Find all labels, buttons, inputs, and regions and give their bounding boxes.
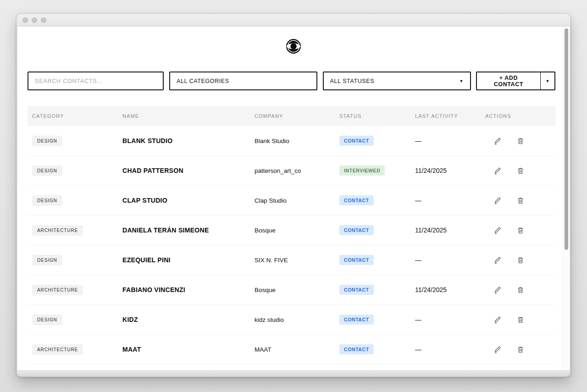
table-row: DESIGN KIDZ kidz studio CONTACT — bbox=[28, 305, 555, 335]
company-name: patterson_art_co bbox=[255, 167, 339, 174]
edit-button[interactable] bbox=[493, 226, 502, 235]
minimize-window-button[interactable] bbox=[32, 17, 37, 23]
status-badge: CONTACT bbox=[339, 195, 374, 205]
status-badge: CONTACT bbox=[339, 285, 374, 295]
company-name: Clap Studio bbox=[255, 197, 339, 204]
table-row: DESIGN CLAP STUDIO Clap Studio CONTACT — bbox=[28, 186, 555, 215]
delete-button[interactable] bbox=[516, 315, 525, 325]
delete-button[interactable] bbox=[516, 255, 525, 265]
pencil-icon bbox=[493, 167, 501, 175]
trash-icon bbox=[517, 226, 524, 234]
pencil-icon bbox=[493, 226, 501, 234]
window-bottom-frame bbox=[17, 370, 570, 377]
contact-name: CHAD PATTERSON bbox=[122, 167, 255, 174]
contact-name: KIDZ bbox=[122, 316, 255, 323]
column-header-company: COMPANY bbox=[255, 113, 339, 119]
page-content: ALL CATEGORIES ALL STATUSES ▼ + ADD CONT… bbox=[17, 27, 570, 370]
logo-container bbox=[17, 39, 570, 54]
delete-button[interactable] bbox=[516, 345, 525, 354]
status-filter-value: ALL STATUSES bbox=[330, 78, 375, 84]
edit-button[interactable] bbox=[493, 136, 502, 146]
status-badge: CONTACT bbox=[339, 315, 374, 325]
zoom-window-button[interactable] bbox=[41, 17, 46, 23]
search-input[interactable] bbox=[28, 72, 164, 90]
status-badge: CONTACT bbox=[339, 255, 374, 265]
scrollbar-thumb[interactable] bbox=[565, 28, 568, 250]
trash-icon bbox=[517, 256, 524, 264]
edit-button[interactable] bbox=[493, 255, 502, 265]
filter-toolbar: ALL CATEGORIES ALL STATUSES ▼ + ADD CONT… bbox=[28, 72, 555, 90]
last-activity: — bbox=[415, 137, 485, 144]
table-row: DESIGN BLANK STUDIO Blank Studio CONTACT… bbox=[28, 126, 555, 156]
company-name: kidz studio bbox=[255, 316, 339, 323]
company-name: SIX N. FIVE bbox=[255, 257, 339, 264]
category-badge: ARCHITECTURE bbox=[32, 285, 83, 295]
app-window: ALL CATEGORIES ALL STATUSES ▼ + ADD CONT… bbox=[17, 14, 570, 377]
category-filter-value: ALL CATEGORIES bbox=[177, 78, 229, 84]
pencil-icon bbox=[493, 197, 501, 204]
category-badge: DESIGN bbox=[32, 195, 62, 206]
status-badge: INTERVIEWED bbox=[339, 166, 385, 176]
contact-name: BLANK STUDIO bbox=[122, 137, 255, 144]
delete-button[interactable] bbox=[516, 226, 525, 235]
delete-button[interactable] bbox=[516, 136, 525, 146]
company-name: Bosque bbox=[255, 287, 339, 293]
edit-button[interactable] bbox=[493, 345, 502, 354]
trash-icon bbox=[517, 197, 524, 204]
column-header-actions: ACTIONS bbox=[485, 113, 555, 119]
contact-name: FABIANO VINCENZI bbox=[122, 286, 255, 293]
trash-icon bbox=[517, 346, 524, 353]
category-badge: DESIGN bbox=[32, 315, 62, 325]
caret-down-icon: ▼ bbox=[545, 79, 549, 83]
status-badge: CONTACT bbox=[339, 344, 374, 354]
pencil-icon bbox=[493, 256, 501, 264]
delete-button[interactable] bbox=[516, 285, 525, 295]
company-name: Blank Studio bbox=[255, 138, 339, 144]
trash-icon bbox=[517, 167, 524, 175]
last-activity: — bbox=[415, 346, 485, 353]
contacts-table: CATEGORY NAME COMPANY STATUS LAST ACTIVI… bbox=[28, 106, 555, 364]
close-window-button[interactable] bbox=[22, 17, 28, 23]
pencil-icon bbox=[493, 137, 501, 145]
category-badge: DESIGN bbox=[32, 166, 62, 176]
pencil-icon bbox=[493, 346, 501, 353]
edit-button[interactable] bbox=[493, 196, 502, 205]
column-header-last-activity: LAST ACTIVITY bbox=[415, 113, 485, 119]
category-badge: ARCHITECTURE bbox=[32, 344, 83, 355]
table-header-row: CATEGORY NAME COMPANY STATUS LAST ACTIVI… bbox=[28, 106, 555, 126]
column-header-name: NAME bbox=[122, 113, 255, 119]
last-activity: — bbox=[415, 316, 485, 323]
add-contact-dropdown-button[interactable]: ▼ bbox=[540, 72, 554, 89]
window-titlebar bbox=[17, 14, 570, 27]
edit-button[interactable] bbox=[493, 315, 502, 325]
status-badge: CONTACT bbox=[339, 136, 374, 146]
edit-button[interactable] bbox=[493, 285, 502, 295]
column-header-status: STATUS bbox=[339, 113, 415, 119]
table-row: ARCHITECTURE MAAT MAAT CONTACT — bbox=[28, 335, 555, 364]
last-activity: — bbox=[415, 256, 485, 264]
eye-logo-icon bbox=[286, 39, 301, 54]
status-badge: CONTACT bbox=[339, 225, 374, 235]
category-badge: ARCHITECTURE bbox=[32, 225, 83, 236]
company-name: MAAT bbox=[255, 346, 339, 353]
contact-name: MAAT bbox=[122, 346, 255, 353]
add-contact-button[interactable]: + ADD CONTACT bbox=[477, 72, 540, 89]
last-activity: 11/24/2025 bbox=[415, 286, 485, 293]
pencil-icon bbox=[493, 316, 501, 324]
category-filter-select[interactable]: ALL CATEGORIES bbox=[169, 72, 317, 90]
delete-button[interactable] bbox=[516, 196, 525, 205]
edit-button[interactable] bbox=[493, 166, 502, 176]
last-activity: 11/24/2025 bbox=[415, 167, 485, 174]
scrollbar-track[interactable] bbox=[563, 27, 570, 370]
last-activity: — bbox=[415, 197, 485, 204]
table-row: ARCHITECTURE FABIANO VINCENZI Bosque CON… bbox=[28, 275, 555, 305]
table-row: DESIGN EZEQUIEL PINI SIX N. FIVE CONTACT… bbox=[28, 245, 555, 275]
table-row: DESIGN CHAD PATTERSON patterson_art_co I… bbox=[28, 156, 555, 186]
caret-down-icon: ▼ bbox=[459, 79, 464, 83]
status-filter-select[interactable]: ALL STATUSES ▼ bbox=[323, 72, 471, 90]
delete-button[interactable] bbox=[516, 166, 525, 176]
category-badge: DESIGN bbox=[32, 136, 62, 146]
category-badge: DESIGN bbox=[32, 255, 62, 265]
trash-icon bbox=[517, 316, 524, 324]
trash-icon bbox=[517, 286, 524, 294]
